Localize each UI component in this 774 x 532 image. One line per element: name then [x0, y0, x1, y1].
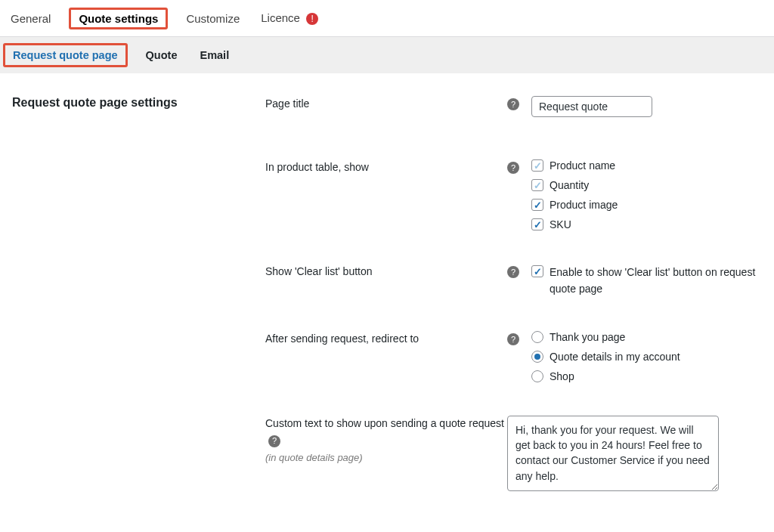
radio-icon [531, 351, 543, 363]
check-product-name[interactable]: Product name [531, 159, 618, 172]
custom-text-label: Custom text to show upon sending a quote… [265, 416, 507, 466]
tab-customize[interactable]: Customize [184, 8, 241, 29]
section-title: Request quote page settings [12, 96, 265, 110]
check-quantity[interactable]: Quantity [531, 179, 618, 191]
product-table-checklist: Product name Quantity Product image SKU [531, 159, 618, 230]
radio-label: Thank you page [550, 331, 625, 343]
check-label: Product name [550, 159, 615, 172]
sub-tab-bar: Request quote page Quote Email [0, 37, 774, 73]
help-icon[interactable]: ? [268, 435, 280, 447]
tab-quote-settings[interactable]: Quote settings [77, 8, 159, 29]
subtab-email[interactable]: Email [197, 45, 232, 65]
radio-label: Quote details in my account [550, 351, 680, 363]
tab-licence[interactable]: Licence ! [259, 8, 320, 29]
settings-content: Request quote page settings Page title ?… [0, 73, 774, 532]
check-sku[interactable]: SKU [531, 218, 618, 230]
product-table-label: In product table, show [265, 159, 507, 175]
custom-text-textarea[interactable] [507, 416, 719, 491]
check-label: Enable to show 'Clear list' button on re… [550, 264, 762, 298]
checkbox-icon [531, 265, 543, 277]
help-icon[interactable]: ? [507, 162, 519, 174]
page-title-input[interactable] [531, 96, 652, 117]
radio-shop[interactable]: Shop [531, 370, 680, 382]
check-label: Quantity [550, 179, 589, 191]
tab-general[interactable]: General [9, 8, 52, 29]
help-icon[interactable]: ? [507, 333, 519, 345]
check-label: SKU [550, 218, 571, 230]
check-label: Product image [550, 199, 618, 211]
highlight-request-quote-page: Request quote page [3, 43, 128, 67]
tab-licence-label: Licence [261, 11, 300, 24]
check-product-image[interactable]: Product image [531, 199, 618, 211]
help-icon[interactable]: ? [507, 266, 519, 278]
help-icon[interactable]: ? [507, 98, 519, 110]
subtab-quote[interactable]: Quote [143, 45, 181, 65]
page-title-label: Page title [265, 96, 507, 112]
subtab-request-quote-page[interactable]: Request quote page [10, 45, 121, 65]
clear-list-label: Show 'Clear list' button [265, 264, 507, 280]
alert-icon: ! [306, 13, 318, 25]
checkbox-icon [531, 199, 543, 211]
radio-quote-details[interactable]: Quote details in my account [531, 351, 680, 363]
redirect-label: After sending request, redirect to [265, 331, 507, 347]
checkbox-icon [531, 159, 543, 172]
checkbox-icon [531, 179, 543, 191]
highlight-quote-settings: Quote settings [69, 8, 168, 29]
top-tab-bar: General Quote settings Customize Licence… [0, 0, 774, 37]
check-clear-list[interactable]: Enable to show 'Clear list' button on re… [531, 264, 762, 298]
custom-text-hint: (in quote details page) [265, 450, 507, 466]
checkbox-icon [531, 218, 543, 230]
radio-label: Shop [550, 370, 574, 382]
radio-thank-you[interactable]: Thank you page [531, 331, 680, 343]
radio-icon [531, 370, 543, 382]
radio-icon [531, 331, 543, 343]
redirect-radiolist: Thank you page Quote details in my accou… [531, 331, 680, 382]
